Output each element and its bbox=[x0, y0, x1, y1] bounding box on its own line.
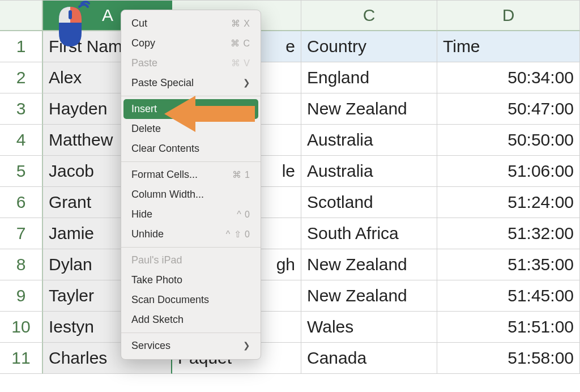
menu-separator bbox=[121, 161, 261, 162]
row-header[interactable]: 5 bbox=[0, 156, 43, 187]
ctx-scan-documents[interactable]: Scan Documents bbox=[121, 290, 261, 310]
cell[interactable]: Scotland bbox=[301, 187, 437, 218]
select-all-corner[interactable] bbox=[0, 0, 43, 31]
cell[interactable]: England bbox=[301, 62, 437, 93]
ctx-label: Take Photo bbox=[131, 272, 182, 288]
ctx-label: Paste Special bbox=[131, 75, 194, 91]
cell[interactable]: New Zealand bbox=[301, 280, 437, 312]
ctx-format-cells[interactable]: Format Cells... ⌘ 1 bbox=[121, 165, 261, 185]
row-header[interactable]: 4 bbox=[0, 125, 43, 156]
cell[interactable]: 50:50:00 bbox=[437, 125, 580, 156]
row-header[interactable]: 6 bbox=[0, 187, 43, 218]
cell[interactable]: Australia bbox=[301, 156, 437, 187]
row-header[interactable]: 1 bbox=[0, 31, 43, 62]
cell[interactable]: 50:47:00 bbox=[437, 93, 580, 125]
ctx-clear-contents[interactable]: Clear Contents bbox=[121, 139, 261, 159]
ctx-label: Cut bbox=[131, 16, 147, 31]
ctx-pauls-ipad: Paul's iPad bbox=[121, 250, 261, 270]
ctx-shortcut: ⌘ V bbox=[231, 57, 250, 70]
cell[interactable]: Country bbox=[301, 31, 437, 62]
column-header-d[interactable]: D bbox=[437, 0, 580, 31]
cell[interactable]: New Zealand bbox=[301, 249, 437, 280]
context-menu: Cut ⌘ X Copy ⌘ C Paste ⌘ V Paste Special… bbox=[121, 10, 261, 360]
row-header[interactable]: 2 bbox=[0, 62, 43, 93]
ctx-unhide[interactable]: Unhide ^ ⇧ 0 bbox=[121, 224, 261, 244]
ctx-cut[interactable]: Cut ⌘ X bbox=[121, 14, 261, 33]
ctx-paste-special[interactable]: Paste Special ❯ bbox=[121, 73, 261, 93]
ctx-column-width[interactable]: Column Width... bbox=[121, 185, 261, 204]
ctx-shortcut: ⌘ X bbox=[231, 17, 250, 31]
ctx-label: Insert bbox=[131, 101, 157, 117]
row-header[interactable]: 11 bbox=[0, 343, 43, 374]
chevron-right-icon: ❯ bbox=[243, 339, 250, 352]
row-header[interactable]: 10 bbox=[0, 312, 43, 343]
row-header[interactable]: 7 bbox=[0, 218, 43, 249]
ctx-label: Scan Documents bbox=[131, 292, 209, 308]
cell[interactable]: New Zealand bbox=[301, 93, 437, 125]
ctx-hide[interactable]: Hide ^ 0 bbox=[121, 204, 261, 224]
row-header[interactable]: 8 bbox=[0, 249, 43, 280]
spreadsheet-grid: A B C D 1 First Name e Country Time 2 Al… bbox=[0, 0, 580, 374]
cell[interactable]: Wales bbox=[301, 312, 437, 343]
menu-separator bbox=[121, 96, 261, 96]
cell[interactable]: 51:45:00 bbox=[437, 280, 580, 312]
column-header-c[interactable]: C bbox=[301, 0, 437, 31]
cell[interactable]: 51:32:00 bbox=[437, 218, 580, 249]
ctx-label: Paul's iPad bbox=[131, 253, 182, 268]
ctx-paste: Paste ⌘ V bbox=[121, 53, 261, 73]
ctx-label: Copy bbox=[131, 36, 155, 51]
menu-separator bbox=[121, 247, 261, 248]
row-header[interactable]: 3 bbox=[0, 93, 43, 125]
menu-separator bbox=[121, 333, 261, 333]
ctx-label: Hide bbox=[131, 207, 152, 222]
ctx-label: Delete bbox=[131, 121, 161, 137]
ctx-delete[interactable]: Delete bbox=[121, 119, 261, 139]
chevron-right-icon: ❯ bbox=[243, 76, 250, 90]
ctx-take-photo[interactable]: Take Photo bbox=[121, 270, 261, 290]
cell[interactable]: Canada bbox=[301, 343, 437, 374]
ctx-label: Services bbox=[131, 338, 170, 353]
cell[interactable]: 51:06:00 bbox=[437, 156, 580, 187]
cell[interactable]: Australia bbox=[301, 125, 437, 156]
ctx-shortcut: ⌘ C bbox=[231, 37, 250, 50]
ctx-copy[interactable]: Copy ⌘ C bbox=[121, 33, 261, 53]
ctx-insert[interactable]: Insert bbox=[123, 99, 258, 119]
ctx-label: Format Cells... bbox=[131, 167, 198, 182]
ctx-services[interactable]: Services ❯ bbox=[121, 336, 261, 356]
cell[interactable]: 50:34:00 bbox=[437, 62, 580, 93]
cell[interactable]: 51:58:00 bbox=[437, 343, 580, 374]
ctx-label: Unhide bbox=[131, 227, 164, 242]
ctx-shortcut: ^ ⇧ 0 bbox=[226, 228, 250, 241]
ctx-label: Paste bbox=[131, 56, 157, 71]
row-header[interactable]: 9 bbox=[0, 280, 43, 312]
ctx-label: Column Width... bbox=[131, 187, 204, 202]
ctx-label: Clear Contents bbox=[131, 141, 199, 156]
cell[interactable]: 51:51:00 bbox=[437, 312, 580, 343]
cell[interactable]: 51:24:00 bbox=[437, 187, 580, 218]
cell[interactable]: South Africa bbox=[301, 218, 437, 249]
cell[interactable]: Time bbox=[437, 31, 580, 62]
ctx-add-sketch[interactable]: Add Sketch bbox=[121, 310, 261, 330]
ctx-shortcut: ⌘ 1 bbox=[232, 168, 250, 182]
ctx-label: Add Sketch bbox=[131, 312, 184, 327]
ctx-shortcut: ^ 0 bbox=[237, 208, 250, 221]
cell[interactable]: 51:35:00 bbox=[437, 249, 580, 280]
